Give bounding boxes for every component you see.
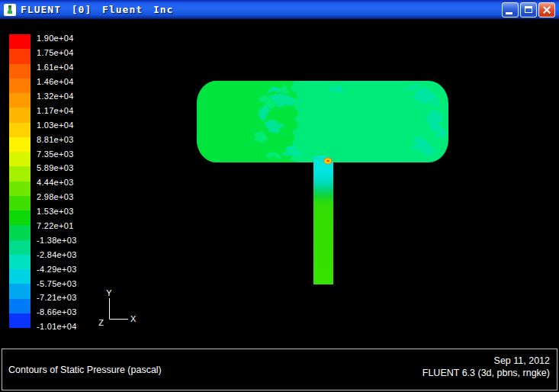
legend-value-label: 4.44e+03 (37, 175, 77, 190)
legend-value-label: -2.84e+03 (37, 247, 77, 262)
date-text: Sep 11, 2012 (422, 355, 550, 367)
x-axis-label: X (130, 314, 137, 323)
fluent-logo-glyph (5, 5, 14, 14)
legend-color-bar (9, 34, 31, 328)
legend-value-label: 5.89e+03 (37, 161, 77, 175)
legend-color-band (9, 210, 31, 225)
legend-color-band (9, 93, 31, 108)
legend-value-label: 1.61e+04 (37, 60, 77, 75)
legend-value-label: 1.46e+04 (37, 75, 77, 89)
legend-color-band (9, 34, 31, 49)
legend-color-band (9, 240, 31, 255)
legend-color-band (9, 123, 31, 137)
legend-value-label: 1.03e+04 (37, 117, 77, 132)
legend-color-band (9, 255, 31, 269)
y-axis-label: Y (106, 288, 112, 297)
window-title: FLUENT [0] Fluent Inc (21, 4, 173, 15)
inlet-pipe (313, 161, 333, 284)
fluent-window: FLUENT [0] Fluent Inc (0, 0, 559, 392)
minimize-button[interactable] (502, 2, 519, 18)
legend-value-label: -5.75e+03 (37, 276, 77, 291)
legend-color-band (9, 284, 31, 298)
legend-color-band (9, 299, 31, 313)
version-text: FLUENT 6.3 (3d, pbns, rngke) (422, 367, 550, 379)
legend-color-band (9, 166, 31, 181)
legend-color-band (9, 225, 31, 239)
legend-color-band (9, 108, 31, 122)
close-button[interactable] (538, 2, 555, 18)
maximize-icon (525, 6, 532, 13)
legend-color-band (9, 313, 31, 328)
junction-hotspot (324, 158, 333, 164)
legend-value-label: 1.53e+03 (37, 204, 77, 219)
legend-value-label: -1.38e+03 (37, 233, 77, 247)
legend-value-label: 7.35e+03 (37, 146, 77, 161)
legend-color-band (9, 137, 31, 152)
title-bar[interactable]: FLUENT [0] Fluent Inc (0, 0, 559, 19)
minimize-icon (506, 12, 512, 14)
legend-value-label: 1.17e+04 (37, 103, 77, 117)
legend-value-label: 1.90e+04 (37, 31, 77, 46)
legend-value-label: 7.22e+01 (37, 219, 77, 233)
legend-color-band (9, 64, 31, 79)
fluent-logo-icon[interactable] (4, 4, 16, 16)
axis-triad: Y X Z (98, 288, 137, 327)
legend-labels: 1.90e+041.75e+041.61e+041.46e+041.32e+04… (37, 31, 77, 334)
legend-color-band (9, 196, 31, 210)
legend-color-band (9, 152, 31, 166)
legend-value-label: -4.29e+03 (37, 262, 77, 276)
legend-value-label: -1.01e+04 (37, 320, 77, 334)
legend-color-band (9, 79, 31, 93)
legend-value-label: 1.75e+04 (37, 46, 77, 60)
close-icon (542, 5, 551, 14)
legend-value-label: 1.32e+04 (37, 89, 77, 104)
plot-title: Contours of Static Pressure (pascal) (8, 365, 162, 375)
z-axis-label: Z (98, 318, 104, 327)
legend-value-label: 8.81e+03 (37, 132, 77, 146)
legend-value-label: -8.66e+03 (37, 305, 77, 320)
legend-value-label: 2.98e+03 (37, 190, 77, 204)
graphics-viewport[interactable]: Y X Z (0, 0, 559, 392)
maximize-button[interactable] (520, 2, 537, 18)
legend-value-label: -7.21e+03 (37, 291, 77, 305)
legend-color-band (9, 49, 31, 63)
caption-box: Contours of Static Pressure (pascal) Sep… (2, 349, 557, 390)
legend-color-band (9, 269, 31, 284)
legend-color-band (9, 182, 31, 196)
